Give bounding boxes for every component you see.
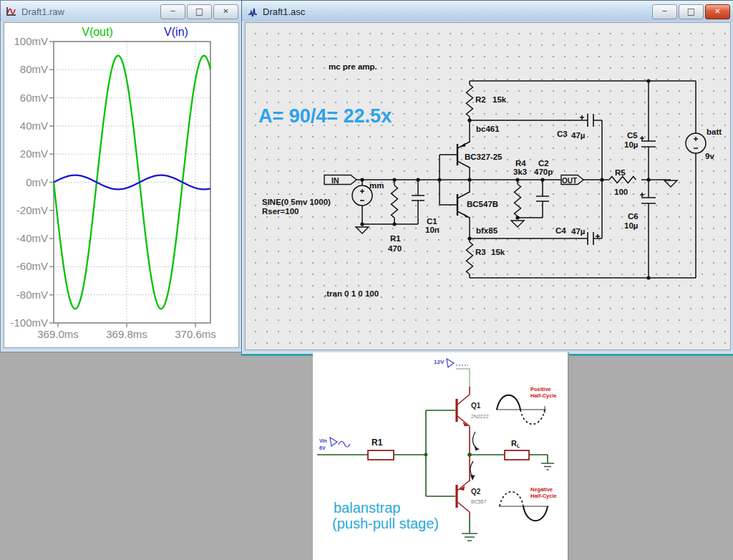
label-rl: RL [511,439,520,448]
schematic-drawing: mc pre amp. A= 90/4= 22.5x .tran 0 1 0 1… [246,23,730,349]
label-c4-value: 47µ [571,227,585,236]
resistor-rl-box [505,450,529,460]
label-c6: C6 [628,212,639,221]
supply-wire [456,369,470,387]
port-in[interactable]: IN [324,175,356,185]
junction-dot [467,453,472,457]
maximize-icon: □ [195,7,203,16]
plot-canvas[interactable]: 100mV80mV60mV40mV20mV0mV-20mV-40mV-60mV-… [4,23,238,347]
svg-text:369.8ms: 369.8ms [106,328,147,340]
capacitor-c4[interactable] [588,232,600,245]
label-q2: Q2 [471,488,481,496]
ground-q2-icon [462,534,477,541]
svg-text:80mV: 80mV [20,63,48,75]
svg-text:60mV: 60mV [20,92,48,104]
label-bc461: bc461 [476,125,500,133]
label-pnp: BC327-25 [465,153,503,161]
vin-terminal-icon [330,438,337,446]
resistor-r1[interactable] [392,185,398,218]
label-rser: Rser=100 [262,207,298,216]
svg-text:-60mV: -60mV [16,260,48,272]
plot-window-titlebar[interactable]: Draft1.raw ─ □ ✕ [1,1,242,21]
transistor-q1 [457,387,470,481]
label-sine: SINE(0 5mv 1000) [262,198,331,206]
label-batt: batt [707,127,722,136]
plot-pane[interactable]: V(out) V(in) 100mV80mV60mV40mV20mV0mV-20… [4,22,239,348]
resistor-r4[interactable] [515,184,521,216]
svg-text:20mV: 20mV [20,148,48,160]
label-c1-value: 10n [425,226,440,234]
label-c4: C4 [555,226,566,235]
label-bfx85: bfx85 [476,226,498,235]
plot-window: Draft1.raw ─ □ ✕ V(out) V(in) 100mV80mV6… [0,0,243,352]
schematic-window-titlebar[interactable]: Draft1.asc ─ □ ✕ [242,1,733,21]
supply-label: 12V [434,359,445,365]
label-c6-value: 10µ [624,221,638,230]
minimize-button[interactable]: ─ [160,4,185,19]
schematic-window-title: Draft1.asc [263,6,305,17]
capacitor-c2[interactable] [536,196,549,201]
gain-annotation[interactable]: A= 90/4= 22.5x [258,105,392,127]
schematic-comment[interactable]: mc pre amp. [329,62,377,71]
label-r3: R3 [475,248,486,256]
label-r1: R1 [390,234,401,243]
supply-terminal-icon [447,359,454,367]
label-c5-value: 10µ [624,140,638,149]
vin-sine-icon [339,441,350,447]
waveform-icon [6,6,17,17]
label-c1: C1 [427,217,437,226]
close-button[interactable]: ✕ [213,4,238,19]
spice-directive[interactable]: .tran 0 1 0 100 [324,289,379,298]
port-out[interactable]: OUT [561,175,583,185]
voltage-source-batt[interactable] [686,133,706,153]
vin-value: 6V [319,445,326,450]
label-c3-value: 47µ [571,131,585,140]
resistor-r5[interactable] [609,177,636,183]
close-button[interactable]: ✕ [705,4,730,19]
svg-text:370.6ms: 370.6ms [175,328,216,340]
minimize-icon: ─ [662,8,666,15]
positive-half-cycle-graphic [496,395,546,425]
maximize-button[interactable]: □ [187,4,212,19]
schematic-canvas[interactable]: mc pre amp. A= 90/4= 22.5x .tran 0 1 0 1… [245,22,731,350]
label-c3: C3 [557,130,568,138]
current-arrows-icon [470,432,480,481]
schematic-window: Draft1.asc ─ □ ✕ mc pre amp. A= 90/4= 22… [241,0,733,356]
minimize-icon: ─ [170,8,175,15]
label-r3-value: 15k [491,248,505,256]
svg-text:40mV: 40mV [20,120,48,132]
capacitor-c6[interactable] [640,193,656,203]
label-q1-part: 2N2222 [471,414,489,419]
capacitor-c1[interactable] [412,195,424,201]
svg-text:-100mV: -100mV [10,317,48,329]
ltspice-schematic-icon [247,6,258,17]
label-q1: Q1 [471,402,481,410]
capacitor-c5[interactable] [640,136,656,147]
resistor-r1-box [368,450,394,460]
label-q2-part: BC557 [471,499,487,504]
push-pull-image: 12V Vin 6V R1 RL Q1 2N2222 Q [313,352,568,560]
wires [356,81,696,278]
transistor-q2 [457,481,470,517]
negative-label-2: Half-Cycle [530,493,557,499]
label-r1-value: 470 [388,244,402,253]
svg-text:-40mV: -40mV [16,232,48,244]
label-r4-value: 3k3 [513,168,527,176]
resistor-r3[interactable] [467,242,473,274]
label-source: mm [369,181,384,190]
resistor-r2[interactable] [467,85,473,117]
close-icon: ✕ [223,8,228,15]
label-r2-value: 15k [492,95,507,104]
maximize-button[interactable]: □ [679,4,704,19]
junction-dot [424,453,428,457]
positive-label-2: Half-Cycle [530,392,557,399]
vin-label: Vin [319,438,327,443]
svg-text:0mV: 0mV [26,176,48,188]
close-icon: ✕ [714,8,720,15]
label-r1: R1 [372,438,383,448]
caption-line-2: (push-pull stage) [332,516,439,531]
minimize-button[interactable]: ─ [652,4,677,19]
label-npn: BC547B [467,200,498,208]
maximize-icon: □ [687,7,695,16]
svg-text:100mV: 100mV [14,35,48,47]
